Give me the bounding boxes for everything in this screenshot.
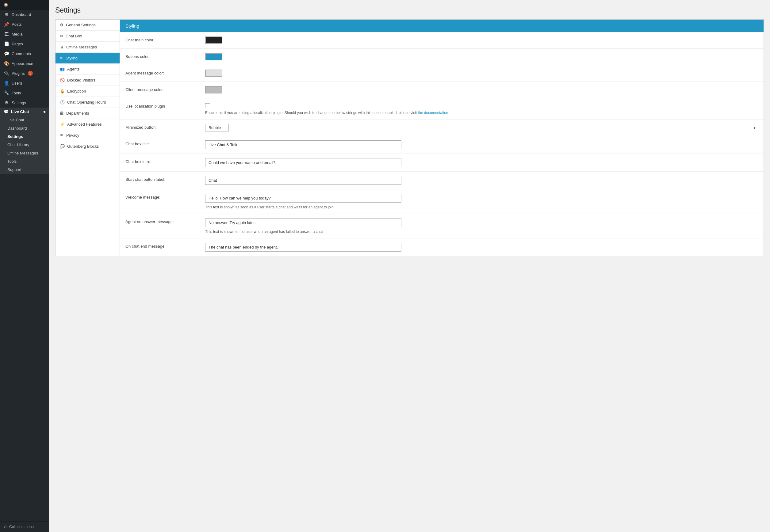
start-chat-button-input[interactable]	[205, 176, 402, 185]
chat-box-title-input[interactable]	[205, 140, 402, 149]
live-chat-section[interactable]: 💬 Live Chat ◀	[0, 108, 49, 116]
label-buttons-color: Buttons color:	[125, 53, 205, 59]
operating-hours-icon: 🕐	[60, 100, 65, 105]
sidebar-item-tools[interactable]: Tools	[0, 157, 49, 165]
dashboard-icon: ⊞	[4, 12, 9, 17]
label-client-message-color: Client message color:	[125, 86, 205, 92]
nav-users[interactable]: 👤 Users	[0, 78, 49, 88]
control-start-chat-button	[205, 176, 758, 185]
settings-nav-departments[interactable]: 🏛 Departments	[55, 108, 120, 119]
control-agent-message-color	[205, 70, 758, 77]
control-localization-plugin: Enable this if you are using a localizat…	[205, 103, 758, 115]
nav-settings[interactable]: ⚙ Settings	[0, 98, 49, 108]
nav-appearance[interactable]: 🎨 Appearance	[0, 59, 49, 68]
nav-plugins[interactable]: 🔌 Plugins 1	[0, 68, 49, 78]
collapse-menu-button[interactable]: ⊙ Collapse menu	[0, 521, 49, 532]
chat-main-color-swatch[interactable]	[205, 36, 222, 44]
settings-nav-styling[interactable]: ✏ Styling	[55, 53, 120, 64]
pages-icon: 📄	[4, 41, 9, 46]
row-chat-box-intro: Chat box intro:	[120, 154, 764, 172]
offline-messages-icon: 🖥	[60, 45, 64, 49]
settings-nav-advanced-features[interactable]: ⚡ Advanced Features	[55, 119, 120, 130]
settings-nav-operating-hours[interactable]: 🕐 Chat Operating Hours	[55, 97, 120, 108]
appearance-icon: 🎨	[4, 61, 9, 66]
page-title: Settings	[55, 6, 764, 14]
settings-nav-privacy[interactable]: 👁 Privacy	[55, 130, 120, 141]
nav-media[interactable]: 🖼 Media	[0, 29, 49, 39]
control-client-message-color	[205, 86, 758, 93]
buttons-color-swatch[interactable]	[205, 53, 222, 60]
gutenberg-icon: 💬	[60, 144, 65, 149]
label-start-chat-button: Start chat button label:	[125, 176, 205, 182]
localization-plugin-checkbox[interactable]	[205, 103, 210, 108]
client-message-color-swatch[interactable]	[205, 86, 222, 93]
sidebar-item-support[interactable]: Support	[0, 165, 49, 174]
settings-nav: ⚙ General Settings ✉ Chat Box 🖥 Offline …	[55, 20, 120, 256]
row-start-chat-button-label: Start chat button label:	[120, 172, 764, 189]
control-chat-main-color	[205, 36, 758, 44]
settings-nav-agents[interactable]: 👥 Agents	[55, 64, 120, 75]
control-on-chat-end-message	[205, 243, 758, 252]
sidebar-item-settings[interactable]: Settings	[0, 132, 49, 141]
localization-plugin-hint: Enable this if you are using a localizat…	[205, 111, 758, 115]
settings-icon: ⚙	[4, 100, 9, 105]
advanced-features-icon: ⚡	[60, 122, 65, 127]
row-welcome-message: Welcome message: This text is shown as s…	[120, 189, 764, 214]
control-buttons-color	[205, 53, 758, 60]
collapse-icon: ⊙	[4, 525, 7, 529]
settings-nav-gutenberg[interactable]: 💬 Gutenberg Blocks	[55, 141, 120, 152]
settings-nav-encryption[interactable]: 🔒 Encryption	[55, 86, 120, 97]
settings-nav-general[interactable]: ⚙ General Settings	[55, 20, 120, 31]
blocked-visitors-icon: 🚫	[60, 78, 65, 82]
documentation-link[interactable]: the documentation	[418, 111, 448, 115]
label-chat-box-intro: Chat box intro:	[125, 158, 205, 164]
row-minimized-button: Minimized button: Bubble Tab None	[120, 120, 764, 136]
media-icon: 🖼	[4, 32, 9, 36]
agent-message-color-swatch[interactable]	[205, 70, 222, 77]
label-on-chat-end-message: On chat end message:	[125, 243, 205, 249]
users-icon: 👤	[4, 81, 9, 85]
settings-nav-blocked-visitors[interactable]: 🚫 Blocked Visitors	[55, 75, 120, 86]
live-chat-submenu: Live Chat Dashboard Settings Chat Histor…	[0, 116, 49, 174]
minimized-button-select[interactable]: Bubble Tab None	[205, 124, 229, 131]
label-localization-plugin: Use localization plugin	[125, 103, 205, 108]
row-agent-message-color: Agent message color:	[120, 65, 764, 82]
site-name: 🏠	[0, 0, 49, 9]
row-localization-plugin: Use localization plugin Enable this if y…	[120, 98, 764, 120]
main-content: Settings ⚙ General Settings ✉ Chat Box 🖥…	[49, 0, 770, 532]
departments-icon: 🏛	[60, 111, 64, 116]
row-buttons-color: Buttons color:	[120, 49, 764, 65]
on-chat-end-input[interactable]	[205, 243, 402, 252]
agent-no-answer-input[interactable]	[205, 218, 402, 227]
sidebar-item-chat-history[interactable]: Chat History	[0, 141, 49, 149]
admin-sidebar: 🏠 ⊞ Dashboard 📌 Posts 🖼 Media 📄 Pages 💬 …	[0, 0, 49, 532]
comments-icon: 💬	[4, 51, 9, 56]
general-settings-icon: ⚙	[60, 23, 63, 27]
encryption-icon: 🔒	[60, 89, 65, 93]
chat-box-intro-input[interactable]	[205, 158, 402, 167]
control-agent-no-answer-message: This text is shown to the user when an a…	[205, 218, 758, 234]
control-minimized-button: Bubble Tab None	[205, 124, 758, 131]
welcome-message-hint: This text is shown as soon as a user sta…	[205, 205, 758, 209]
live-chat-arrow-icon: ◀	[43, 110, 45, 113]
settings-nav-chat-box[interactable]: ✉ Chat Box	[55, 31, 120, 42]
posts-icon: 📌	[4, 22, 9, 27]
nav-dashboard[interactable]: ⊞ Dashboard	[0, 9, 49, 19]
privacy-icon: 👁	[60, 133, 64, 138]
nav-comments[interactable]: 💬 Comments	[0, 49, 49, 59]
sidebar-item-live-chat[interactable]: Live Chat	[0, 116, 49, 124]
settings-content: Styling Chat main color: Buttons color: …	[120, 20, 764, 256]
nav-pages[interactable]: 📄 Pages	[0, 39, 49, 49]
nav-tools[interactable]: 🔧 Tools	[0, 88, 49, 98]
plugins-badge: 1	[28, 71, 33, 76]
nav-posts[interactable]: 📌 Posts	[0, 19, 49, 29]
settings-nav-offline-messages[interactable]: 🖥 Offline Messages	[55, 42, 120, 53]
settings-container: ⚙ General Settings ✉ Chat Box 🖥 Offline …	[55, 19, 764, 256]
agent-no-answer-hint: This text is shown to the user when an a…	[205, 230, 758, 234]
sidebar-item-dashboard[interactable]: Dashboard	[0, 124, 49, 132]
label-minimized-button: Minimized button:	[125, 124, 205, 130]
label-chat-main-color: Chat main color:	[125, 36, 205, 42]
row-agent-no-answer-message: Agent no answer message: This text is sh…	[120, 214, 764, 238]
sidebar-item-offline-messages[interactable]: Offline Messages	[0, 149, 49, 157]
welcome-message-input[interactable]	[205, 194, 402, 203]
